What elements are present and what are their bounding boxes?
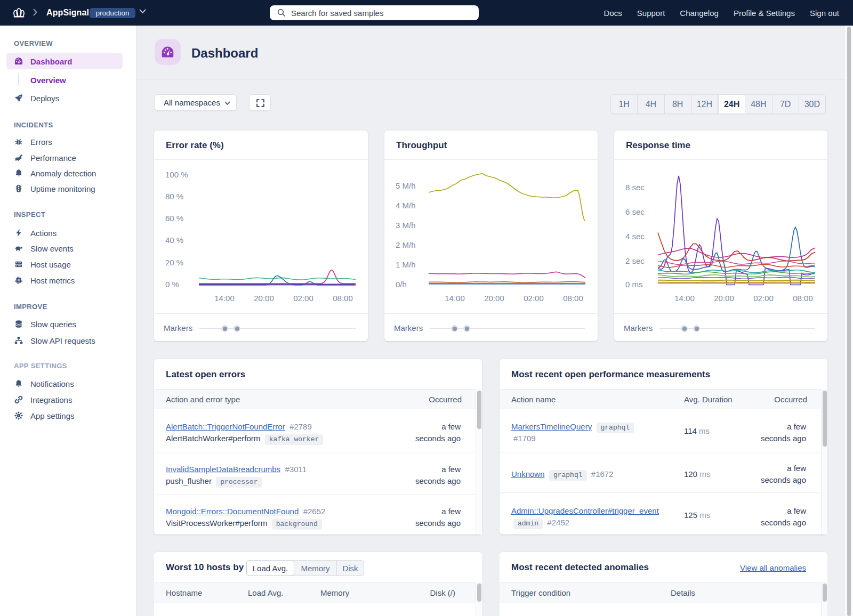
svg-text:8 sec: 8 sec xyxy=(625,183,645,192)
svg-text:60 %: 60 % xyxy=(165,214,183,223)
svg-text:4 sec: 4 sec xyxy=(625,232,645,241)
svg-text:02:00: 02:00 xyxy=(753,294,774,303)
svg-text:1 M/h: 1 M/h xyxy=(396,260,416,269)
svg-text:2 M/h: 2 M/h xyxy=(396,240,416,249)
svg-text:0 %: 0 % xyxy=(165,280,179,289)
svg-text:6 sec: 6 sec xyxy=(625,207,645,216)
svg-text:2 sec: 2 sec xyxy=(625,256,645,265)
svg-text:100 %: 100 % xyxy=(165,170,188,179)
svg-text:5 M/h: 5 M/h xyxy=(396,181,416,190)
svg-text:14:00: 14:00 xyxy=(214,294,235,303)
svg-text:02:00: 02:00 xyxy=(524,294,544,303)
svg-text:08:00: 08:00 xyxy=(563,294,583,303)
svg-text:40 %: 40 % xyxy=(165,236,183,245)
svg-text:08:00: 08:00 xyxy=(333,294,353,303)
svg-text:0/h: 0/h xyxy=(396,280,407,289)
svg-text:20:00: 20:00 xyxy=(254,294,274,303)
svg-text:3 M/h: 3 M/h xyxy=(396,221,416,230)
svg-text:0 ms: 0 ms xyxy=(625,280,643,289)
svg-text:14:00: 14:00 xyxy=(674,294,695,303)
svg-text:20:00: 20:00 xyxy=(714,294,734,303)
svg-text:14:00: 14:00 xyxy=(445,294,465,303)
svg-text:80 %: 80 % xyxy=(165,192,183,201)
svg-text:20:00: 20:00 xyxy=(484,294,504,303)
svg-text:02:00: 02:00 xyxy=(293,294,313,303)
svg-text:4 M/h: 4 M/h xyxy=(396,201,416,210)
svg-text:08:00: 08:00 xyxy=(793,294,813,303)
svg-text:20 %: 20 % xyxy=(165,258,183,267)
